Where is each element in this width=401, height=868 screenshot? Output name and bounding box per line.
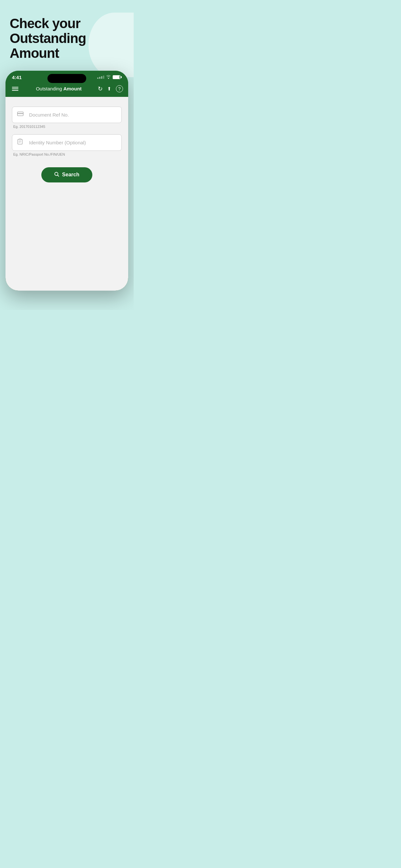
menu-line-1 xyxy=(12,87,19,88)
bottom-background xyxy=(0,290,134,310)
doc-ref-hint: Eg. 2017010112345 xyxy=(13,125,122,128)
search-button[interactable]: Search xyxy=(41,167,92,182)
search-button-label: Search xyxy=(62,172,79,178)
search-icon xyxy=(54,172,59,178)
identity-input-wrapper xyxy=(12,134,122,151)
menu-line-3 xyxy=(12,90,19,91)
status-icons xyxy=(97,75,122,80)
svg-line-7 xyxy=(58,175,59,176)
doc-ref-group: Eg. 2017010112345 xyxy=(12,106,122,128)
signal-icon xyxy=(97,75,104,79)
hero-section: Check your Outstanding Amount xyxy=(0,0,134,67)
doc-ref-input-wrapper xyxy=(12,106,122,123)
toolbar-actions xyxy=(98,85,123,92)
status-bar: 4:41 xyxy=(5,71,128,82)
dynamic-island xyxy=(48,74,86,83)
menu-line-2 xyxy=(12,89,19,89)
doc-ref-input[interactable] xyxy=(12,106,122,123)
app-toolbar: Outstanding Amount xyxy=(5,82,128,97)
status-time: 4:41 xyxy=(12,74,22,80)
identity-group: Eg. NRIC/Passport No./FIN/UEN xyxy=(12,134,122,156)
toolbar-title: Outstanding Amount xyxy=(23,86,95,91)
share-button[interactable] xyxy=(107,86,112,92)
refresh-button[interactable] xyxy=(98,85,103,92)
menu-button[interactable] xyxy=(11,86,20,92)
app-content: Eg. 2017010112345 Eg. NRIC/Passport No./… xyxy=(5,97,128,290)
wifi-icon xyxy=(106,75,111,80)
battery-icon xyxy=(113,75,122,79)
identity-hint: Eg. NRIC/Passport No./FIN/UEN xyxy=(13,152,122,156)
phone-mockup: 4:41 xyxy=(5,71,128,290)
identity-input[interactable] xyxy=(12,134,122,151)
help-button[interactable] xyxy=(116,85,123,92)
